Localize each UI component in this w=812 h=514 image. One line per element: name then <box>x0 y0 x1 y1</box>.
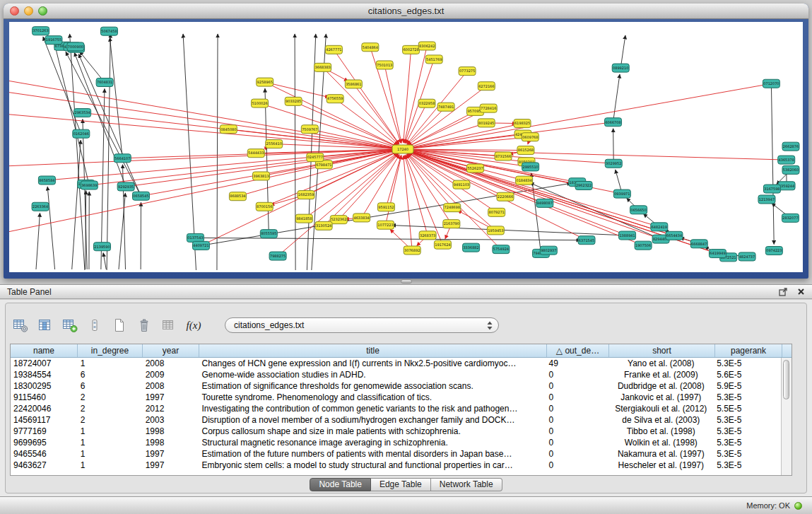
new-document-button[interactable] <box>110 316 129 334</box>
graph-node[interactable]: 0322958 <box>418 99 435 107</box>
graph-node[interactable]: 4756559 <box>326 95 343 103</box>
graph-node[interactable]: 6371545 <box>578 236 595 245</box>
table-row[interactable]: 946554611997Estimation of the future num… <box>11 448 781 460</box>
table-row[interactable]: 1830029562008Estimation of significance … <box>11 380 781 392</box>
graph-node[interactable]: 7509767 <box>301 125 318 134</box>
graph-node[interactable]: 2962322 <box>575 181 592 189</box>
graph-node[interactable]: 5100026 <box>252 99 269 107</box>
graph-node[interactable]: 4409721 <box>192 241 209 250</box>
graph-node[interactable]: 3963813 <box>253 172 270 180</box>
graph-node[interactable]: 1077223 <box>377 221 394 229</box>
table-row[interactable]: 977716911998Corpus callosum shape and si… <box>11 426 781 437</box>
graph-node[interactable]: 4267771 <box>325 45 342 54</box>
graph-node[interactable]: 2263364 <box>32 202 49 211</box>
graph-node[interactable]: 1916755 <box>45 36 62 45</box>
graph-node[interactable]: 6419949 <box>709 250 726 258</box>
scrollbar-thumb[interactable] <box>783 360 789 399</box>
graph-node[interactable]: 5754924 <box>493 245 510 254</box>
graph-node[interactable]: 8306242 <box>418 42 435 50</box>
graph-node[interactable]: 3668383 <box>314 63 331 71</box>
graph-node[interactable]: 6066708 <box>605 118 622 127</box>
graph-node[interactable]: 2220666 <box>497 192 514 201</box>
window-close-button[interactable] <box>10 6 19 16</box>
graph-node[interactable]: 2163790 <box>443 220 460 228</box>
table-row[interactable]: 1938455462009Genome-wide association stu… <box>11 369 781 380</box>
graph-node[interactable]: 9841858 <box>295 214 312 223</box>
graph-node[interactable]: 6482419 <box>651 223 668 231</box>
graph-node[interactable]: 3130524 <box>315 221 332 230</box>
column-header-name[interactable]: name <box>11 344 78 357</box>
graph-node[interactable]: 3701263 <box>33 27 49 35</box>
graph-node[interactable]: 4365378 <box>778 156 795 164</box>
graph-node[interactable]: 0656650 <box>630 206 647 214</box>
graph-node[interactable]: 9258965 <box>257 78 273 86</box>
graph-node[interactable]: 2963534 <box>74 109 91 117</box>
graph-node[interactable]: 8700156 <box>256 202 273 211</box>
column-header-short[interactable]: short <box>609 344 715 357</box>
graph-node[interactable]: 0658545 <box>133 192 150 200</box>
graph-node[interactable]: 8055595 <box>260 230 277 238</box>
table-row[interactable]: 1872400712008Changes of HCN gene express… <box>11 358 781 369</box>
graph-node[interactable]: 5664107 <box>114 154 131 163</box>
table-row[interactable]: 1456911722003Disruption of a novel membe… <box>11 414 781 426</box>
graph-node[interactable]: 7604831 <box>96 78 113 87</box>
column-header-title[interactable]: title <box>199 344 547 357</box>
graph-node[interactable]: 0939971 <box>613 189 630 198</box>
graph-node[interactable]: 5404864 <box>362 43 379 52</box>
delete-button[interactable] <box>135 316 153 334</box>
column-header-in_degree[interactable]: in_degree <box>78 344 143 357</box>
graph-node[interactable]: 8079271 <box>488 208 505 216</box>
graph-node[interactable]: 3029952 <box>605 159 622 168</box>
table-row[interactable]: 969969511998Structural magnetic resonanc… <box>11 437 781 448</box>
graph-node[interactable]: 2832077 <box>782 214 799 222</box>
table-row[interactable]: 2242004622012Investigating the contribut… <box>11 403 781 414</box>
graph-node[interactable]: 5067458 <box>100 27 117 35</box>
graph-node[interactable]: 3586861 <box>345 80 362 88</box>
graph-node[interactable]: 1959453 <box>487 226 504 235</box>
graph-node[interactable]: 9591152 <box>377 203 394 211</box>
panel-resize-handle[interactable] <box>401 279 412 284</box>
add-column-button[interactable] <box>61 316 79 334</box>
graph-node[interactable]: 8731566 <box>495 152 512 160</box>
tab-node-table[interactable]: Node Table <box>310 478 371 491</box>
function-builder-button[interactable]: f(x) <box>184 316 203 334</box>
graph-node[interactable]: 7248698 <box>444 204 461 212</box>
graph-node[interactable]: 8019245 <box>478 119 495 127</box>
citation-network-graph[interactable]: 8615268873156680502010184834552623722206… <box>9 22 803 272</box>
row-selector-button[interactable] <box>86 316 104 334</box>
graph-node[interactable]: 3076892 <box>404 246 420 255</box>
graph-node[interactable]: 3336882 <box>463 243 480 252</box>
graph-node[interactable]: 1388941 <box>619 231 636 240</box>
graph-node[interactable]: 0137543 <box>187 233 204 242</box>
graph-node[interactable]: 9491103 <box>453 180 470 189</box>
column-header-out_de[interactable]: △ out_de… <box>547 344 609 357</box>
graph-node[interactable]: 7501013 <box>376 61 393 69</box>
graph-node[interactable]: 5451769 <box>425 55 442 64</box>
float-panel-icon[interactable] <box>779 287 788 296</box>
tab-edge-table[interactable]: Edge Table <box>371 478 431 491</box>
window-minimize-button[interactable] <box>24 6 33 16</box>
column-chooser-button[interactable] <box>36 316 54 334</box>
graph-node[interactable]: 7728416 <box>480 104 497 112</box>
graph-node[interactable]: 0162046 <box>73 129 90 138</box>
window-titlebar[interactable]: citations_edges.txt <box>4 4 808 19</box>
graph-node[interactable]: 0245777 <box>307 153 324 162</box>
graph-node[interactable]: 9498087 <box>536 199 553 207</box>
table-scrollbar[interactable] <box>781 358 792 475</box>
graph-node[interactable]: 8615268 <box>517 146 534 155</box>
graph-node[interactable]: 0773275 <box>459 67 476 76</box>
hub-node[interactable]: 17240 <box>392 145 413 153</box>
graph-node[interactable]: 2995510 <box>522 163 539 171</box>
graph-node[interactable]: 9802937 <box>540 246 557 255</box>
graph-node[interactable]: 2139590 <box>93 243 110 251</box>
window-zoom-button[interactable] <box>38 6 47 16</box>
graph-node[interactable]: 1907506 <box>635 241 652 250</box>
tab-network-table[interactable]: Network Table <box>431 478 502 491</box>
table-settings-button[interactable] <box>11 316 30 334</box>
graph-node[interactable]: 3167598 <box>763 185 780 193</box>
table-row[interactable]: 911546021997Tourette syndrome. Phenomeno… <box>11 392 781 403</box>
graph-node[interactable]: 5382060 <box>782 165 799 174</box>
graph-node[interactable]: 0184834 <box>516 176 533 185</box>
graph-node[interactable]: 6654434 <box>666 231 683 240</box>
column-header-pagerank[interactable]: pagerank <box>715 344 782 357</box>
